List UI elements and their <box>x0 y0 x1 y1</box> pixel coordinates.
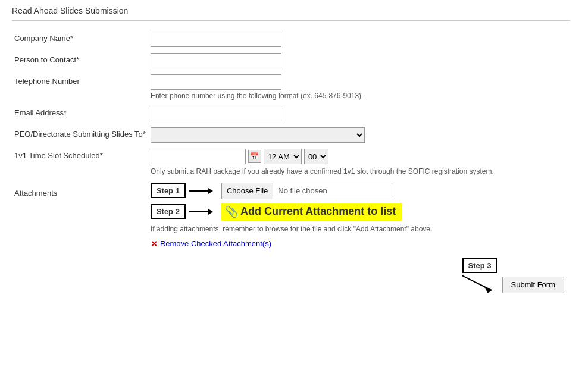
step2-arrow <box>189 207 213 217</box>
addattach-row-annotated: Step 2 📎 Add Current Attachment to list <box>151 203 568 221</box>
step2-annotation: Step 2 <box>151 204 213 219</box>
step3-arrow-svg <box>462 275 497 293</box>
peo-select[interactable] <box>151 127 365 143</box>
company-name-label: Company Name* <box>12 29 148 51</box>
calendar-icon[interactable]: 📅 <box>248 150 261 163</box>
page-container: Read Ahead Slides Submission Company Nam… <box>12 6 570 293</box>
step2-box: Step 2 <box>151 204 186 219</box>
add-attachment-label: Add Current Attachment to list <box>240 205 396 218</box>
add-attachment-button[interactable]: 📎 Add Current Attachment to list <box>221 203 402 221</box>
peo-row: PEO/Directorate Submitting Slides To* <box>12 125 570 146</box>
company-name-input-cell <box>148 29 570 51</box>
email-row: Email Address* <box>12 104 570 125</box>
step1-annotation: Step 1 <box>151 183 213 198</box>
date-input[interactable] <box>151 149 246 164</box>
remove-x-icon: ✕ <box>151 239 158 249</box>
company-name-input[interactable] <box>151 32 281 47</box>
remove-attachment-link[interactable]: Remove Checked Attachment(s) <box>160 239 271 248</box>
attachments-steps: Step 1 Choose File No file chosen <box>151 183 568 249</box>
peo-input-cell <box>148 125 570 146</box>
telephone-input-cell: Enter phone number using the following f… <box>148 72 570 104</box>
company-name-row: Company Name* <box>12 29 570 51</box>
svg-line-0 <box>462 275 492 290</box>
email-label: Email Address* <box>12 104 148 125</box>
choose-file-button[interactable]: Choose File <box>221 183 273 199</box>
remove-row: ✕ Remove Checked Attachment(s) <box>151 239 568 249</box>
timeslot-input-cell: 📅 12 AM 1 AM 2 AM 3 AM 4 AM 5 AM 6 AM 7 … <box>148 146 570 180</box>
peo-label: PEO/Directorate Submitting Slides To* <box>12 125 148 146</box>
file-input-wrapper: Choose File No file chosen <box>221 183 392 199</box>
telephone-input[interactable] <box>151 74 281 90</box>
attachments-label: Attachments <box>12 180 148 252</box>
telephone-hint: Enter phone number using the following f… <box>151 92 568 100</box>
submit-button[interactable]: Submit Form <box>502 277 564 293</box>
paperclip-icon: 📎 <box>225 205 238 218</box>
telephone-label: Telephone Number <box>12 72 148 104</box>
timeslot-inputs: 📅 12 AM 1 AM 2 AM 3 AM 4 AM 5 AM 6 AM 7 … <box>151 149 568 164</box>
attach-hint: If adding attachments, remember to brows… <box>151 224 484 234</box>
attachments-content-cell: Step 1 Choose File No file chosen <box>148 180 570 252</box>
minute-select[interactable]: 00 15 30 45 <box>304 149 328 164</box>
email-input-cell <box>148 104 570 125</box>
person-contact-row: Person to Contact* <box>12 51 570 72</box>
no-file-text: No file chosen <box>273 183 392 199</box>
form-table: Company Name* Person to Contact* Telepho… <box>12 29 570 252</box>
file-row-annotated: Step 1 Choose File No file chosen <box>151 183 568 199</box>
telephone-row: Telephone Number Enter phone number usin… <box>12 72 570 104</box>
person-contact-label: Person to Contact* <box>12 51 148 72</box>
timeslot-label: 1v1 Time Slot Scheduled* <box>12 146 148 180</box>
timeslot-hint: Only submit a RAH package if you already… <box>151 167 496 177</box>
step1-box: Step 1 <box>151 183 186 198</box>
step1-arrow <box>189 186 213 196</box>
person-contact-input[interactable] <box>151 53 281 68</box>
timeslot-row: 1v1 Time Slot Scheduled* 📅 12 AM 1 AM 2 … <box>12 146 570 180</box>
email-input[interactable] <box>151 106 281 121</box>
step3-area: Step 3 Submit Form <box>12 258 570 293</box>
section-title: Read Ahead Slides Submission <box>12 6 570 21</box>
person-contact-input-cell <box>148 51 570 72</box>
hour-select[interactable]: 12 AM 1 AM 2 AM 3 AM 4 AM 5 AM 6 AM 7 AM… <box>264 149 302 164</box>
step3-box: Step 3 <box>462 258 497 273</box>
attachments-row: Attachments Step 1 <box>12 180 570 252</box>
step3-box-wrap: Step 3 <box>462 258 497 293</box>
